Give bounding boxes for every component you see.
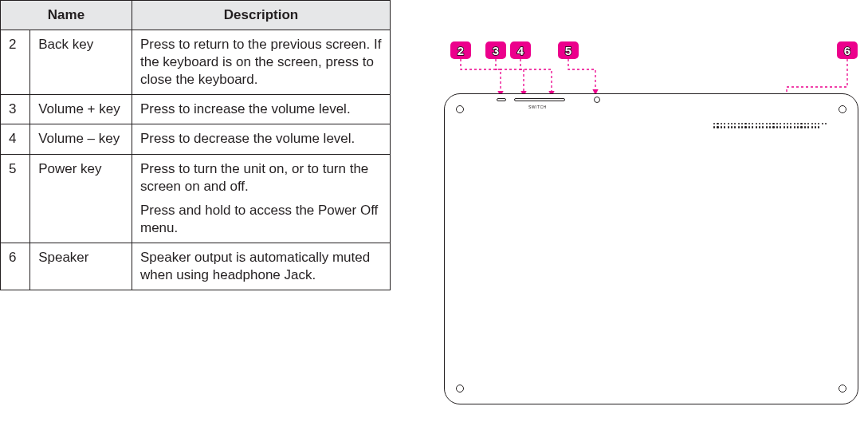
callout-6: 6 — [837, 41, 858, 59]
row-num: 6 — [1, 243, 30, 290]
table-row: 5 Power key Press to turn the unit on, o… — [1, 154, 391, 243]
row-desc: Press to decrease the volume level. — [132, 124, 391, 154]
row-name: Speaker — [30, 243, 132, 290]
back-key-slot — [497, 98, 506, 101]
screw-icon — [456, 385, 464, 393]
callout-2: 2 — [450, 41, 471, 59]
power-key-icon — [594, 97, 600, 103]
speaker-grille — [713, 123, 829, 131]
screw-icon — [839, 105, 846, 113]
row-name: Volume + key — [30, 95, 132, 124]
device-outline: SWITCH — [444, 93, 858, 404]
volume-rocker-slot — [514, 98, 565, 101]
row-num: 5 — [1, 154, 30, 243]
row-desc: Press to increase the volume level. — [132, 95, 391, 124]
screw-icon — [839, 385, 846, 393]
table-row: 6 Speaker Speaker output is automaticall… — [1, 243, 391, 290]
row-num: 4 — [1, 124, 30, 154]
device-diagram: 2 3 4 5 6 — [444, 41, 858, 416]
row-num: 2 — [1, 30, 30, 95]
row-desc: Speaker output is automatically muted wh… — [132, 243, 391, 290]
row-num: 3 — [1, 95, 30, 124]
spec-table: Name Description 2 Back key Press to ret… — [0, 0, 391, 290]
switch-label: SWITCH — [528, 105, 547, 109]
table-row: 4 Volume – key Press to decrease the vol… — [1, 124, 391, 154]
table-row: 2 Back key Press to return to the previo… — [1, 30, 391, 95]
row-name: Volume – key — [30, 124, 132, 154]
callout-5: 5 — [558, 41, 579, 59]
row-desc: Press to return to the previous screen. … — [132, 30, 391, 95]
row-desc: Press to turn the unit on, or to turn th… — [132, 154, 391, 243]
callout-4: 4 — [510, 41, 531, 59]
table-row: 3 Volume + key Press to increase the vol… — [1, 95, 391, 124]
col-desc-header: Description — [132, 1, 391, 30]
row-name: Back key — [30, 30, 132, 95]
col-name-header: Name — [1, 1, 132, 30]
screw-icon — [456, 105, 464, 113]
row-name: Power key — [30, 154, 132, 243]
port-group: SWITCH — [497, 98, 600, 112]
callout-3: 3 — [485, 41, 506, 59]
